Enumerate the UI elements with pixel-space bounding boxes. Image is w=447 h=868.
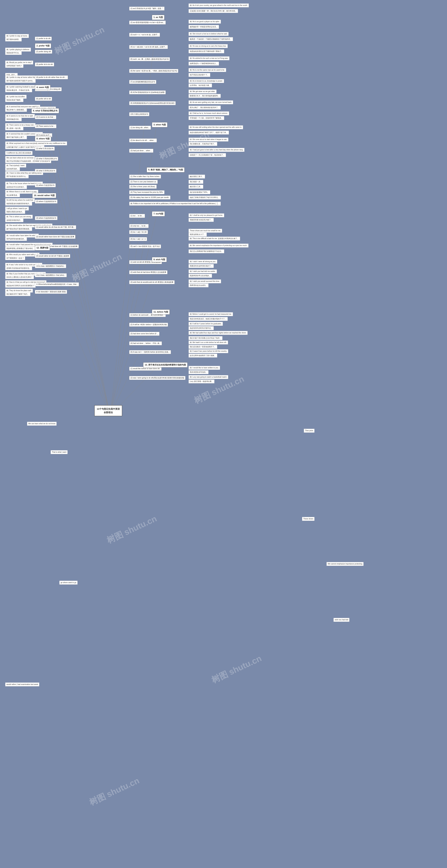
- show-ex5-cn: 他的工资每月增加到了每月10,000元。: [189, 196, 221, 199]
- fp-ex1-cn: 我本来想给你写信的。: [189, 370, 209, 374]
- fp-ex2-cn: Lucy 原打算看一场篮球比赛。: [189, 379, 215, 383]
- what-rule-1: (1) what 引导主语从句: [35, 147, 55, 151]
- before-rule-5: (5) It was not + 一段时间+before 多长时间之后就...: [129, 350, 171, 354]
- stress-rule-3: ③ Where/who/what/how将特殊疑问词 + It was...th…: [35, 282, 79, 286]
- wr-ex4-en: 例: Who would you rather went with you?: [5, 253, 39, 256]
- stress-rule-2: ②Is it /was +被强调部分+ that (who)...: [35, 273, 67, 277]
- watermark-7: 树图 shutu.cn: [88, 775, 141, 808]
- category-future-past: 13. 用于表示过去未实现的希望和计划的句型: [143, 362, 188, 368]
- prefer-rule-2: (2) prefer doing sth: [35, 50, 52, 54]
- wish-ex2-cn: 我真希望你早点告诉我的。: [189, 274, 212, 278]
- too-ex1-en: 例: I shall be only too pleased to get ho…: [189, 213, 224, 217]
- as-ex4-cn: 他是如此的强壮以至于搬得动那个重箱子。: [189, 50, 224, 53]
- as-ex3-cn: 她真是一个如此的一个蠢蛋以致她相信了他所说的话。: [189, 37, 233, 41]
- when-rule-2: (2) be about to do sth ... when ...: [129, 138, 157, 142]
- when-rule-3: (3) had just done ... when ...: [129, 149, 153, 153]
- category-stress: 12. 强调句型: [35, 245, 50, 250]
- svg-line-1: [40, 51, 110, 416]
- as-rule-6: (6) the same +名词+as 相...一样的...(接名词或定语从句从…: [129, 69, 178, 73]
- what-ex5-cn: 我不知道他们在说些什么。: [5, 175, 29, 178]
- as-ex6-cn: 他不再是以前的那个了。: [189, 73, 210, 77]
- as-ex8-cn: 随着我们长大，我们变得越来越聪明。: [189, 94, 221, 98]
- what-ex2: I indifferent 也心里已觉法保留的: [5, 151, 32, 155]
- seem-rule-3: (3) There seems to be ...: [35, 124, 56, 128]
- prefer-intro-cn: 我宁愿待在家里。: [5, 37, 22, 41]
- would-rather-exam-node: would rather | had examination last week: [5, 683, 39, 686]
- watermark-1: 树图 shutu.cn: [53, 24, 106, 57]
- where-ex4-cn: 我要去我想去的地方。: [5, 210, 25, 214]
- wish-rule-2: (2) wish that sb had done 希望某人过去做某事: [129, 270, 167, 274]
- show-ex3-cn: 她比我大三岁。: [189, 185, 203, 189]
- as-ex5-en: 例: He wished to be such a man as Lei Fen…: [189, 56, 229, 60]
- prefer-rule-1: (1) prefer to do sth: [35, 37, 52, 40]
- category-where: 8. where 句型: [35, 136, 51, 141]
- as-ex10-en: 例: Child as he is, he knows much about s…: [189, 112, 229, 115]
- category-prefer: 2. prefer 句型: [35, 43, 51, 49]
- show-ex4-cn: 他们的价格增加了50%。: [189, 190, 210, 194]
- seem-rule-2: (2) It seems to do that ...: [35, 115, 56, 119]
- stress-rule-4: ④ do /does/did + 谓语动词 (强调 谓语): [35, 290, 67, 294]
- wr-rule-1: (1) would rather do sth than do sth 宁愿..…: [35, 225, 76, 229]
- where-intro-cn: 这是他去年住过的地方。: [5, 185, 27, 189]
- show-ex1-cn: 她比我高三英寸。: [189, 175, 205, 179]
- watermark-3: 树图 shutu.cn: [70, 251, 124, 284]
- stress-intro-cn: 是我昨天给我叔叔写的那封信。: [5, 266, 32, 270]
- as-ex2-cn: 她和她的哥一样都是优秀的运动员。: [189, 25, 219, 29]
- svg-line-3: [110, 122, 157, 416]
- too-rule-2: (2) only too ... to do ...: [129, 224, 149, 228]
- wr-ex3-cn: 我真希望我上星期通过了那次考试。: [5, 247, 36, 250]
- too-ex3-en: These shoes are much too small for me.: [189, 229, 222, 232]
- before-rule-4: (4) had not done ... before ...不到...就...: [129, 341, 162, 345]
- category-too: 7. too句型: [152, 211, 165, 216]
- category-as-label: 1. as 句型: [154, 16, 163, 19]
- wr-rule-4: (4) would rather sb did sth 宁愿某人做某事: [35, 254, 70, 258]
- svg-line-8: [110, 262, 157, 416]
- before-ex1-en: 例: Before I could get in a word, he had …: [189, 312, 233, 316]
- when-ex2-cn: 我们刚要出发，天就开始下雨了。: [189, 142, 217, 146]
- when-rule-1: (1) be doing sth...when...: [129, 126, 151, 130]
- as-rule-10: (10) 方便让步状语从句: [129, 112, 149, 116]
- as-ex7-en: 例: As is known to us, knowledge is power…: [189, 79, 224, 83]
- category-what: 6. what 引导的名词性从句: [31, 108, 59, 113]
- stress-ex4-cn: 他们确实非常了解那个地方。: [5, 292, 30, 296]
- what-intro-en: 例: What surprised me is that everybody s…: [5, 142, 67, 145]
- show-rule-1: (1) She is taller than I by three inches…: [129, 175, 161, 179]
- cannot-emphasize-node: We cannot emphasize importance protectin…: [326, 562, 363, 566]
- as-rule-8: (8) 有'the'形状的状语从句 (以while改文如期): [129, 90, 166, 94]
- seem-intro-cn: 看起来每个人都很满意。: [5, 108, 27, 112]
- where-ex3-cn: 他把钥匙放在他能找到的地方。: [5, 202, 32, 206]
- as-ex10-cn: 尽管他是一个小孩，但他对科学了解很多。: [189, 116, 224, 120]
- as-ex1-cn: 正如(就) 在你们国家一样，我们在北方种小麦，南方种水稻。: [189, 9, 238, 13]
- wish-ex1-en: 例: I wish I were all strong as you.: [189, 260, 217, 264]
- category-seem: 4. seem 句型: [35, 85, 51, 90]
- when-ex3-cn: 你刚度了一天之后我倒到了床，电话铃响了。: [189, 153, 226, 157]
- before-ex5-en: 例: It wasn't two years before he left th…: [189, 349, 228, 353]
- as-rule-5: (5) such...as...事...之类的...(接名词/定语从句从句): [129, 57, 170, 61]
- as-ex8-en: 例: We get wiser as we get older.: [189, 90, 217, 93]
- as-rule-4: (4) so + adj./adv. + as to do sth 如此...以…: [129, 45, 168, 49]
- connector-lines: [0, 0, 447, 868]
- price-node: Thev price: [304, 429, 315, 433]
- watermark-5: 树图 shutu.cn: [105, 513, 159, 546]
- go-where-node: go where want to go: [59, 581, 77, 585]
- what-ex4-cn: 如此他所说的。: [5, 167, 20, 171]
- prefer-intro-en: 例: I prefer to stay at home.: [5, 34, 29, 38]
- stress-ex3-cn: 他是如何打算明天去俱乐部酒吧的？: [5, 284, 36, 288]
- prefer-ex5-cn: 我喜欢看足球，不喜欢打足球。: [5, 88, 32, 92]
- as-ex9-en: 例: As we were getting very late, we soon…: [189, 100, 233, 104]
- where-rule-2: (2) where 引起的状语从句: [35, 199, 58, 204]
- before-ex3-en: 例: We had sailed four days and four nigh…: [189, 331, 248, 335]
- too-ex4-en: 例: This is too difficult a task for me. …: [189, 237, 240, 241]
- show-rule-5: (5) His salary has risen to 10,000 yuan …: [129, 196, 170, 199]
- before-ex5-cn: 这没过两年他就离开了那个国家。: [189, 354, 217, 358]
- too-ex3-cn: 我穿这双鞋太小了。: [189, 232, 207, 237]
- as-ex9-cn: 因为太晚了，我们很快就折返回来了。: [189, 106, 221, 110]
- before-ex2-en: 例: It will be 4 years before he graduate…: [189, 322, 223, 326]
- as-rule-3: (3) such + n. + as to do 如...以致于...: [129, 33, 160, 37]
- before-ex4-en: 例: We hadn't run a mile before he left d…: [189, 341, 228, 344]
- prefer-ex6-cn: 我喜欢茶多于咖啡。: [5, 98, 23, 102]
- category-would-rather: 10. would rather 句型: [32, 193, 56, 198]
- wr-ex2-cn: 我早该听取他的建议的。: [5, 237, 27, 241]
- prefer-ex4-cn: 我宁愿呆在家里而不愿意不去外出。: [5, 79, 36, 83]
- fp-ex2-en: 例: Lucy was going to watch a basketball …: [189, 375, 228, 379]
